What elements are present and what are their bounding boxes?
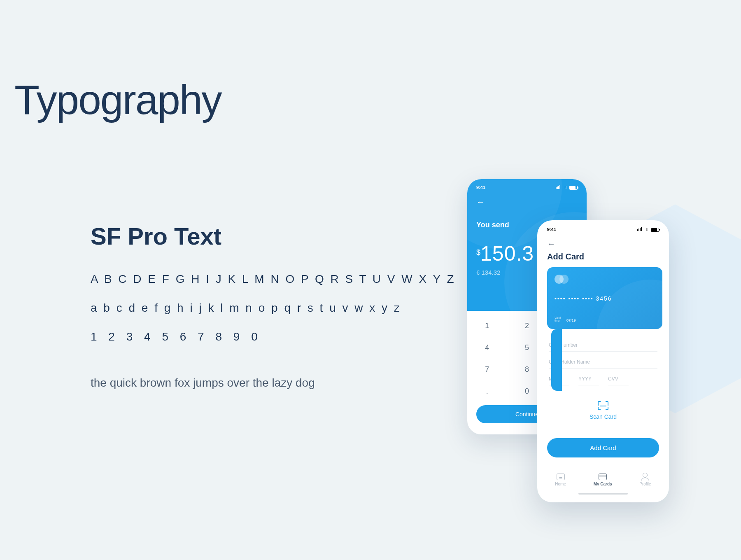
back-arrow-icon[interactable]: ← bbox=[537, 239, 669, 249]
expiry-year-field[interactable]: YYYY bbox=[578, 372, 599, 385]
tab-home-label: Home bbox=[555, 482, 566, 486]
battery-icon bbox=[651, 228, 659, 232]
status-time: 9:41 bbox=[476, 185, 485, 190]
key-1[interactable]: 1 bbox=[467, 315, 507, 337]
card-carousel[interactable]: •••• •••• •••• 3456 Valid thru 07/19 bbox=[547, 267, 669, 329]
status-time: 9:41 bbox=[547, 227, 556, 232]
pangram: the quick brown fox jumps over the lazy … bbox=[91, 376, 456, 390]
scan-card-label: Scan Card bbox=[549, 413, 657, 420]
valid-thru-label: Valid thru bbox=[555, 316, 561, 322]
scan-icon bbox=[598, 401, 608, 410]
scan-card-button[interactable]: Scan Card bbox=[549, 401, 657, 420]
status-icons: 􀙇 bbox=[637, 227, 659, 232]
status-icons: 􀙇 bbox=[556, 185, 578, 190]
card-holder-field[interactable]: Card Holder Name bbox=[549, 355, 657, 369]
tab-home[interactable]: Home bbox=[555, 474, 566, 486]
tab-my-cards[interactable]: My Cards bbox=[594, 474, 612, 486]
status-bar: 9:41 􀙇 bbox=[476, 185, 578, 190]
signal-icon bbox=[556, 185, 560, 189]
amount-value: 150.3 bbox=[480, 242, 534, 265]
status-bar: 9:41 􀙇 bbox=[537, 227, 669, 232]
key-dot[interactable]: . bbox=[467, 380, 507, 403]
yyyy-label: YYYY bbox=[578, 376, 599, 382]
key-7[interactable]: 7 bbox=[467, 359, 507, 380]
wifi-icon: 􀙇 bbox=[646, 227, 648, 232]
digits: 1 2 3 4 5 6 7 8 9 0 bbox=[91, 330, 456, 343]
currency-symbol: $ bbox=[476, 248, 480, 257]
lowercase-alphabet: a b c d e f g h i j k l m n o p q r s t … bbox=[91, 301, 456, 315]
cards-icon bbox=[599, 474, 607, 480]
key-4[interactable]: 4 bbox=[467, 337, 507, 359]
cvv-label: CVV bbox=[608, 376, 629, 382]
card-number-label: Card number bbox=[549, 342, 657, 348]
tab-profile-label: Profile bbox=[639, 482, 651, 486]
home-indicator bbox=[578, 493, 628, 495]
mastercard-icon bbox=[555, 275, 569, 284]
tab-profile[interactable]: Profile bbox=[639, 474, 651, 486]
battery-icon bbox=[569, 186, 578, 190]
tab-bar: Home My Cards Profile bbox=[537, 466, 669, 490]
signal-icon bbox=[637, 227, 642, 231]
converted-amount: € 134.32 bbox=[476, 269, 578, 276]
back-arrow-icon[interactable]: ← bbox=[476, 197, 578, 207]
home-icon bbox=[557, 474, 565, 480]
card-expiry: 07/19 bbox=[566, 318, 576, 322]
page-title: Typography bbox=[14, 76, 221, 124]
cvv-field[interactable]: CVV bbox=[608, 372, 629, 385]
profile-icon bbox=[641, 474, 649, 480]
credit-card-preview[interactable]: •••• •••• •••• 3456 Valid thru 07/19 bbox=[547, 267, 662, 329]
card-number: •••• •••• •••• 3456 bbox=[555, 295, 655, 302]
card-number-field[interactable]: Card number bbox=[549, 338, 657, 352]
font-name: SF Pro Text bbox=[91, 222, 456, 250]
wifi-icon: 􀙇 bbox=[565, 185, 566, 190]
uppercase-alphabet: A B C D E F G H I J K L M N O P Q R S T … bbox=[91, 273, 456, 286]
add-card-button[interactable]: Add Card bbox=[547, 438, 659, 457]
next-card-peek[interactable] bbox=[551, 329, 562, 391]
typography-specimen: SF Pro Text A B C D E F G H I J K L M N … bbox=[91, 222, 456, 390]
card-holder-label: Card Holder Name bbox=[549, 359, 657, 365]
tab-cards-label: My Cards bbox=[594, 482, 612, 486]
